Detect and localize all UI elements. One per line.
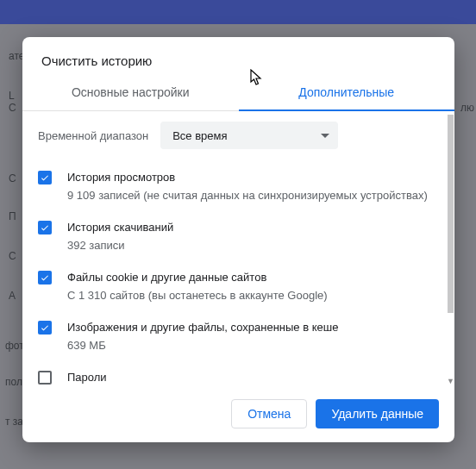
item-title: Пароли [67, 370, 437, 385]
delete-data-button[interactable]: Удалить данные [316, 399, 439, 428]
item-download-history: История скачиваний 392 записи [38, 213, 437, 263]
item-title: История просмотров [67, 170, 437, 185]
item-subtitle: 392 записи [67, 238, 437, 253]
dialog-content: Временной диапазон Все время История про… [22, 111, 446, 387]
item-cookies: Файлы cookie и другие данные сайтов С 1 … [38, 263, 437, 313]
item-passwords: Пароли 1 синхронизированный пароль [38, 363, 437, 387]
item-browsing-history: История просмотров 9 109 записей (не счи… [38, 163, 437, 213]
checkbox-passwords[interactable] [38, 371, 52, 385]
bg-text: А [9, 290, 16, 302]
tab-advanced[interactable]: Дополнительные [239, 75, 455, 110]
tab-basic[interactable]: Основные настройки [22, 75, 239, 110]
bg-text: лю [460, 102, 474, 114]
check-icon [40, 322, 50, 333]
check-icon [40, 172, 50, 183]
bg-text: С [9, 250, 16, 262]
checkbox-browsing-history[interactable] [38, 171, 52, 184]
bg-text: С [9, 172, 16, 184]
item-title: История скачиваний [67, 220, 437, 235]
bg-text: т за [5, 416, 23, 428]
time-range-select[interactable]: Все время [160, 122, 338, 149]
item-title: Изображения и другие файлы, сохраненные … [67, 320, 437, 335]
item-cached-images: Изображения и другие файлы, сохраненные … [38, 313, 437, 363]
clear-browsing-data-dialog: Очистить историю Основные настройки Допо… [22, 37, 454, 442]
scrollbar-thumb[interactable] [448, 115, 454, 313]
item-subtitle: С 1 310 сайтов (вы останетесь в аккаунте… [67, 288, 437, 303]
bg-text: С [9, 102, 16, 114]
cancel-button[interactable]: Отмена [231, 399, 307, 428]
scrollbar[interactable]: ▼ [448, 115, 454, 384]
chevron-down-icon [321, 134, 329, 138]
item-subtitle: 9 109 записей (не считая данных на синхр… [67, 188, 437, 203]
bg-text: П [9, 210, 16, 222]
item-title: Файлы cookie и другие данные сайтов [67, 270, 437, 285]
bg-text: L [9, 90, 15, 102]
dialog-footer: Отмена Удалить данные [22, 387, 454, 442]
checkbox-download-history[interactable] [38, 221, 52, 234]
check-icon [40, 272, 50, 283]
bg-text: пол [5, 376, 22, 388]
time-range-label: Временной диапазон [38, 129, 148, 142]
item-subtitle: 639 МБ [67, 338, 437, 353]
time-range-value: Все время [172, 129, 227, 142]
bg-text: фот [5, 340, 24, 352]
tab-bar: Основные настройки Дополнительные [22, 75, 454, 111]
scroll-down-icon[interactable]: ▼ [447, 378, 454, 385]
checkbox-cached-images[interactable] [38, 321, 52, 335]
time-range-row: Временной диапазон Все время [38, 122, 437, 149]
checkbox-cookies[interactable] [38, 271, 52, 285]
dialog-title: Очистить историю [22, 37, 454, 75]
check-icon [40, 222, 50, 233]
